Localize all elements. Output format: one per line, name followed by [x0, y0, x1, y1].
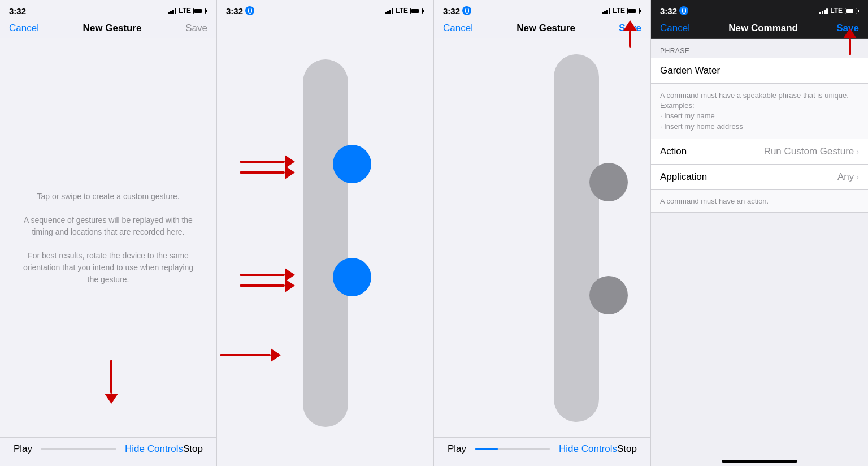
status-icons-2: LTE — [385, 7, 424, 15]
arrow-to-top-2 — [240, 166, 295, 179]
battery-body-2 — [410, 8, 423, 14]
action-chevron-icon: › — [856, 147, 859, 156]
action-row[interactable]: Action Run Custom Gesture › — [651, 139, 868, 165]
stop-button-1[interactable]: Stop — [183, 443, 203, 455]
up-arrowhead-3 — [623, 20, 637, 31]
hint-examples-label: Examples: — [660, 101, 695, 110]
status-time-3: 3:32 — [443, 6, 471, 16]
stop-button-3[interactable]: Stop — [617, 443, 637, 455]
bar2-3 — [604, 11, 606, 14]
arrow-single — [220, 348, 281, 362]
signal-bars-1 — [168, 7, 176, 14]
up-shaft-3 — [629, 31, 631, 48]
arrow-to-bot-2 — [240, 279, 295, 292]
up-arrowhead-cmd — [843, 28, 857, 38]
hint-example-1: · Insert my name — [660, 111, 715, 120]
instruction-2: A sequence of gestures will be replayed … — [23, 214, 194, 238]
action-label: Action — [660, 146, 687, 157]
status-bar-2: 3:32 LTE — [217, 0, 433, 20]
battery-tip-1 — [206, 10, 207, 12]
bar2 — [170, 11, 172, 14]
gesture-dot-gray-top — [589, 163, 628, 201]
progress-wrap-3 — [475, 448, 550, 450]
bar4-2 — [392, 8, 393, 14]
bar4 — [175, 8, 176, 14]
hide-controls-button-1[interactable]: Hide Controls — [125, 443, 183, 455]
down-arrow-1 — [105, 360, 118, 404]
play-button-1[interactable]: Play — [14, 443, 32, 455]
up-arrow-save-3 — [623, 20, 637, 48]
battery-fill-2 — [411, 9, 419, 13]
progress-fill-3 — [475, 448, 498, 450]
cancel-button-4[interactable]: Cancel — [660, 23, 690, 34]
status-time-4: 3:32 — [660, 6, 688, 16]
battery-tip-4 — [858, 10, 859, 12]
shaft-bot-2 — [240, 284, 285, 287]
head-top-2 — [285, 166, 295, 179]
head-single — [271, 348, 281, 362]
track-shape-3 — [554, 54, 599, 422]
application-value-wrap: Any › — [837, 171, 859, 183]
panel-gesture-recording: 3:32 LTE — [217, 0, 434, 466]
battery-body-1 — [193, 8, 206, 14]
battery-fill-3 — [628, 9, 636, 13]
bar3-3 — [606, 10, 608, 14]
lte-label-3: LTE — [613, 7, 625, 15]
mic-icon-4 — [679, 6, 688, 15]
signal-bars-3 — [602, 7, 610, 14]
panel-gesture-recorded: 3:32 LTE Cancel New Gesture Save — [434, 0, 651, 466]
battery-fill-4 — [846, 9, 853, 13]
battery-body-3 — [627, 8, 640, 14]
status-icons-3: LTE — [602, 7, 641, 15]
status-bar-4: 3:32 LTE — [651, 0, 868, 20]
gesture-dot-top — [333, 145, 371, 183]
battery-4 — [845, 8, 859, 14]
bottom-bar-1: Play Hide Controls Stop — [0, 437, 216, 466]
instruction-3: For best results, rotate the device to t… — [23, 250, 194, 286]
shaft-top-1 — [240, 161, 285, 163]
application-row[interactable]: Application Any › — [651, 165, 868, 190]
time-text-2: 3:32 — [226, 6, 243, 16]
gesture-track-2[interactable] — [217, 20, 433, 466]
cancel-button-1[interactable]: Cancel — [9, 23, 39, 34]
track-shape-2 — [303, 59, 348, 427]
spacer-4 — [651, 213, 868, 455]
up-shaft-cmd — [849, 38, 851, 55]
status-icons-4: LTE — [819, 7, 859, 15]
instruction-1: Tap or swipe to create a custom gesture. — [23, 191, 194, 202]
application-label: Application — [660, 171, 707, 183]
home-indicator-4 — [722, 460, 797, 463]
gesture-track-3[interactable] — [434, 38, 650, 437]
bar4-3 — [609, 8, 610, 14]
play-button-3[interactable]: Play — [448, 443, 466, 455]
bottom-bar-3: Play Hide Controls Stop — [434, 437, 650, 466]
hide-controls-button-3[interactable]: Hide Controls — [559, 443, 617, 455]
bar1-2 — [385, 12, 387, 14]
phrase-input[interactable]: Garden Water — [651, 58, 868, 84]
progress-wrap-1 — [41, 448, 116, 450]
bar2-2 — [387, 11, 389, 14]
bar3 — [172, 10, 174, 14]
bar1-3 — [602, 12, 604, 14]
battery-2 — [410, 8, 424, 14]
action-value-wrap: Run Custom Gesture › — [764, 146, 859, 157]
status-time-1: 3:32 — [9, 6, 26, 16]
action-hint-text: A command must have an action. — [651, 190, 868, 213]
nav-bar-1: Cancel New Gesture Save — [0, 20, 216, 38]
shaft-single — [220, 354, 271, 356]
lte-label-4: LTE — [830, 7, 843, 15]
action-value-text: Run Custom Gesture — [764, 146, 854, 157]
cancel-button-3[interactable]: Cancel — [443, 23, 473, 34]
bar1-4 — [819, 12, 821, 14]
battery-tip-3 — [640, 10, 641, 12]
bar1 — [168, 12, 170, 14]
gesture-dot-gray-bottom — [589, 276, 628, 314]
save-button-1[interactable]: Save — [185, 23, 207, 34]
nav-title-1: New Gesture — [83, 23, 142, 34]
canvas-instructions: Tap or swipe to create a custom gesture.… — [11, 185, 205, 291]
bar3-4 — [824, 10, 826, 14]
lte-label-2: LTE — [396, 7, 408, 15]
signal-bars-2 — [385, 7, 393, 14]
application-chevron-icon: › — [856, 172, 859, 182]
panel-new-command: 3:32 LTE Cancel New Command Save — [651, 0, 868, 466]
